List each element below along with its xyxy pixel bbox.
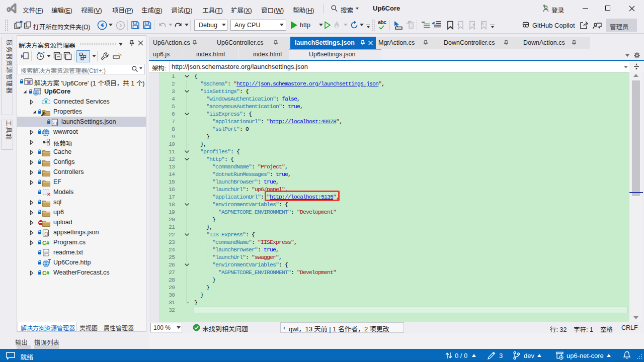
svg-text:{}: {} [44,231,49,236]
svg-text:{}: {} [53,121,58,125]
